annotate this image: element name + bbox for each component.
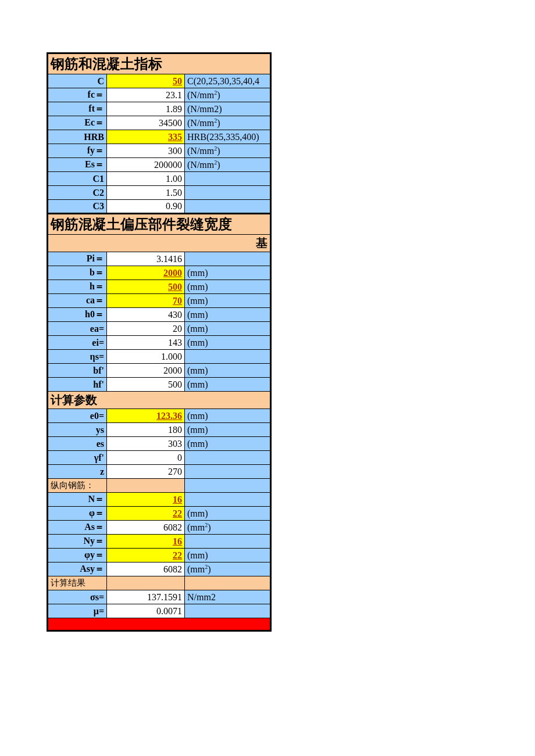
label-ca: ca＝ [48,294,107,308]
val-hf: 500 [107,378,185,392]
calc-table: 钢筋和混凝土指标 C 50 C(20,25,30,35,40,4 fc＝ 23.… [47,52,272,632]
label-ys: ys [48,423,107,437]
label-b: b＝ [48,266,107,280]
unit-phiy: (mm) [185,549,271,562]
unit-fy: (N/mm2) [185,144,271,158]
label-As: As＝ [48,521,107,535]
unit-HRB: HRB(235,335,400) [185,130,271,144]
section4-spacer1 [107,479,185,493]
label-bf: bf' [48,364,107,378]
unit-N [185,493,271,507]
section2-subtitle: 基 [185,235,271,252]
unit-ei: (mm) [185,336,271,350]
val-C[interactable]: 50 [107,74,185,88]
val-es: 303 [107,437,185,451]
val-As: 6082 [107,521,185,535]
label-ea: ea= [48,322,107,336]
label-z: z [48,465,107,479]
label-h0: h0＝ [48,308,107,322]
unit-mu [185,604,271,618]
label-es: es [48,437,107,451]
unit-C1 [185,172,271,186]
unit-Asy: (mm2) [185,562,271,576]
unit-C: C(20,25,30,35,40,4 [185,74,271,88]
val-z: 270 [107,465,185,479]
val-e0[interactable]: 123.36 [107,409,185,423]
unit-Es: (N/mm2) [185,158,271,172]
label-gammaf: γf' [48,451,107,465]
unit-ys: (mm) [185,423,271,437]
val-C3: 0.90 [107,200,185,214]
label-N: N＝ [48,493,107,507]
label-fy: fy＝ [48,144,107,158]
section5-spacer2 [185,576,271,590]
val-N[interactable]: 16 [107,493,185,507]
val-phiy[interactable]: 22 [107,549,185,562]
val-etas: 1.000 [107,350,185,364]
label-C2: C2 [48,186,107,200]
label-Asy: Asy＝ [48,562,107,576]
val-Ny[interactable]: 16 [107,535,185,549]
label-Ec: Ec＝ [48,116,107,130]
unit-h: (mm) [185,280,271,294]
label-sigmas: σs= [48,590,107,604]
val-b[interactable]: 2000 [107,266,185,280]
label-C: C [48,74,107,88]
label-h: h＝ [48,280,107,294]
val-bf: 2000 [107,364,185,378]
val-ca[interactable]: 70 [107,294,185,308]
val-h0: 430 [107,308,185,322]
unit-ea: (mm) [185,322,271,336]
unit-hf: (mm) [185,378,271,392]
section1-title: 钢筋和混凝土指标 [48,53,271,74]
val-ei: 143 [107,336,185,350]
label-hf: hf' [48,378,107,392]
val-Pi: 3.1416 [107,252,185,266]
val-HRB[interactable]: 335 [107,130,185,144]
val-ft: 1.89 [107,102,185,116]
result-bar [48,618,271,631]
section5-spacer1 [107,576,185,590]
section4-spacer2 [185,479,271,493]
val-C2: 1.50 [107,186,185,200]
label-ft: ft＝ [48,102,107,116]
val-C1: 1.00 [107,172,185,186]
unit-fc: (N/mm2) [185,88,271,102]
unit-z [185,465,271,479]
section2-title: 钢筋混凝土偏压部件裂缝宽度 [48,214,271,235]
val-Ec: 34500 [107,116,185,130]
label-phiy: φy＝ [48,549,107,562]
label-ei: ei= [48,336,107,350]
section3-title: 计算参数 [48,392,185,409]
section5-title: 计算结果 [48,576,107,590]
document-page: 钢筋和混凝土指标 C 50 C(20,25,30,35,40,4 fc＝ 23.… [0,0,535,756]
unit-ft: (N/mm2) [185,102,271,116]
section3-spacer [185,392,271,409]
label-Pi: Pi＝ [48,252,107,266]
val-mu: 0.0071 [107,604,185,618]
unit-es: (mm) [185,437,271,451]
val-gammaf: 0 [107,451,185,465]
section2-spacer [48,235,185,252]
label-Es: Es＝ [48,158,107,172]
unit-Pi [185,252,271,266]
unit-As: (mm2) [185,521,271,535]
label-phi: φ＝ [48,507,107,521]
label-Ny: Ny＝ [48,535,107,549]
val-fc: 23.1 [107,88,185,102]
unit-ca: (mm) [185,294,271,308]
val-fy: 300 [107,144,185,158]
section4-title: 纵向钢筋： [48,479,107,493]
unit-phi: (mm) [185,507,271,521]
val-sigmas: 137.1591 [107,590,185,604]
label-e0: e0= [48,409,107,423]
unit-C3 [185,200,271,214]
val-ys: 180 [107,423,185,437]
val-ea: 20 [107,322,185,336]
unit-bf: (mm) [185,364,271,378]
val-phi[interactable]: 22 [107,507,185,521]
unit-e0: (mm) [185,409,271,423]
val-h[interactable]: 500 [107,280,185,294]
label-mu: μ= [48,604,107,618]
unit-gammaf [185,451,271,465]
